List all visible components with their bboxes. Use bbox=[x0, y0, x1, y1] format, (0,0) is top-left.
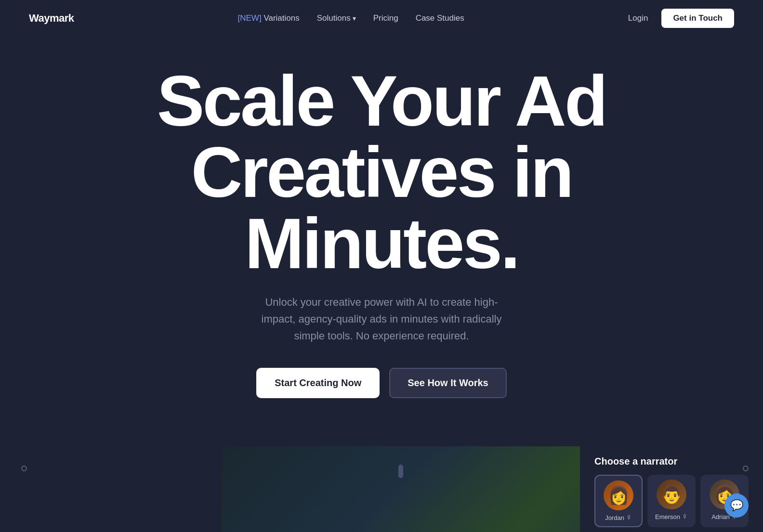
hero-title: Scale Your Ad Creatives in Minutes. bbox=[19, 65, 744, 279]
dot-indicator-right bbox=[743, 466, 749, 471]
center-panel bbox=[222, 446, 580, 532]
new-badge: [NEW] bbox=[238, 13, 262, 23]
nav-item-pricing[interactable]: Pricing bbox=[373, 13, 398, 23]
get-in-touch-button[interactable]: Get in Touch bbox=[661, 9, 734, 28]
right-panel: Choose a narrator 👩 Jordan 🎙 👨 Emerson bbox=[580, 446, 763, 532]
nav-item-case-studies[interactable]: Case Studies bbox=[416, 13, 464, 23]
narrator-emerson-avatar: 👨 bbox=[657, 480, 686, 509]
nav-item-solutions[interactable]: Solutions bbox=[317, 13, 356, 23]
chat-icon: 💬 bbox=[730, 499, 743, 512]
nav-links: [NEW] Variations Solutions Pricing Case … bbox=[238, 13, 464, 23]
narrator-emerson-name: Emerson 🎙 bbox=[655, 513, 688, 520]
hero-section: Scale Your Ad Creatives in Minutes. Unlo… bbox=[0, 37, 763, 446]
chat-bubble-button[interactable]: 💬 bbox=[724, 493, 749, 518]
mic-icon: 🎙 bbox=[626, 514, 632, 521]
navbar: Waymark [NEW] Variations Solutions Prici… bbox=[0, 0, 763, 37]
narrator-jordan-name: Jordan 🎙 bbox=[605, 514, 632, 521]
nav-item-variations[interactable]: [NEW] Variations bbox=[238, 13, 300, 23]
dot-indicator-left bbox=[21, 466, 27, 471]
hero-buttons: Start Creating Now See How It Works bbox=[19, 368, 744, 398]
left-panel: + Choose a brand Brand your video in sec… bbox=[0, 446, 222, 532]
narrator-title: Choose a narrator bbox=[594, 456, 749, 467]
narrator-jordan[interactable]: 👩 Jordan 🎙 bbox=[594, 475, 643, 527]
narrator-jordan-avatar: 👩 bbox=[604, 480, 633, 510]
video-indicator bbox=[398, 465, 403, 478]
brand-logo[interactable]: Waymark bbox=[29, 12, 74, 25]
mic-icon-emerson: 🎙 bbox=[682, 513, 688, 520]
see-how-it-works-button[interactable]: See How It Works bbox=[389, 368, 506, 398]
video-preview-area[interactable] bbox=[222, 446, 580, 532]
narrator-emerson[interactable]: 👨 Emerson 🎙 bbox=[647, 475, 696, 527]
bottom-section: + Choose a brand Brand your video in sec… bbox=[0, 446, 763, 532]
nav-login[interactable]: Login bbox=[628, 13, 648, 23]
start-creating-button[interactable]: Start Creating Now bbox=[256, 368, 380, 398]
nav-right: Login Get in Touch bbox=[628, 9, 734, 28]
hero-subtitle: Unlock your creative power with AI to cr… bbox=[251, 294, 512, 345]
chevron-down-icon bbox=[353, 13, 356, 23]
